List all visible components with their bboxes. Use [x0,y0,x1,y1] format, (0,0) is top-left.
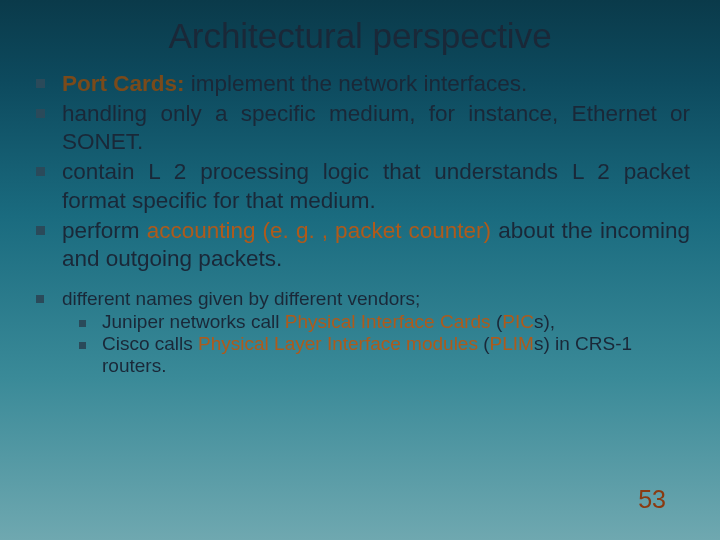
bullet-icon [18,287,62,311]
list-item: Cisco calls Physical Layer Interface mod… [62,333,690,377]
sub-bullet-list: different names given by different vendo… [18,287,690,311]
bullet-text: contain L 2 processing logic that unders… [62,158,690,214]
highlight-accounting: accounting (e. g. , packet counter) [147,218,491,243]
text-fragment: ( [491,311,503,332]
text-fragment: ( [478,333,490,354]
bullet-text: perform accounting (e. g. , packet count… [62,217,690,273]
list-item: handling only a specific medium, for ins… [18,100,690,156]
page-number: 53 [638,485,666,514]
bullet-text: Juniper networks call Physical Interface… [102,311,690,333]
list-item: different names given by different vendo… [18,287,690,311]
bullet-text: Cisco calls Physical Layer Interface mod… [102,333,690,377]
bullet-icon [18,158,62,214]
term-port-cards: Port Cards: [62,71,185,96]
nested-bullet-list: Juniper networks call Physical Interface… [62,311,690,377]
list-item: contain L 2 processing logic that unders… [18,158,690,214]
text-fragment: s), [534,311,555,332]
highlight-plim: PLIM [490,333,534,354]
main-bullet-list: Port Cards: implement the network interf… [18,70,690,273]
highlight-plim-full: Physical Layer Interface modules [198,333,478,354]
text-fragment: Cisco calls [102,333,198,354]
bullet-icon [18,70,62,98]
list-item: perform accounting (e. g. , packet count… [18,217,690,273]
bullet-icon [62,311,102,333]
highlight-pic: PIC [502,311,534,332]
text-fragment: Juniper networks call [102,311,285,332]
bullet-text: Port Cards: implement the network interf… [62,70,690,98]
bullet-icon [18,217,62,273]
highlight-pic-full: Physical Interface Cards [285,311,491,332]
text-fragment: perform [62,218,147,243]
text-fragment: implement the network interfaces. [185,71,528,96]
bullet-icon [18,100,62,156]
bullet-text: handling only a specific medium, for ins… [62,100,690,156]
slide-title: Architectural perspective [0,0,720,70]
list-item: Port Cards: implement the network interf… [18,70,690,98]
bullet-text: different names given by different vendo… [62,287,690,311]
bullet-icon [62,333,102,377]
list-item: Juniper networks call Physical Interface… [62,311,690,333]
sub-section: different names given by different vendo… [18,287,690,377]
slide-content: Port Cards: implement the network interf… [0,70,720,377]
